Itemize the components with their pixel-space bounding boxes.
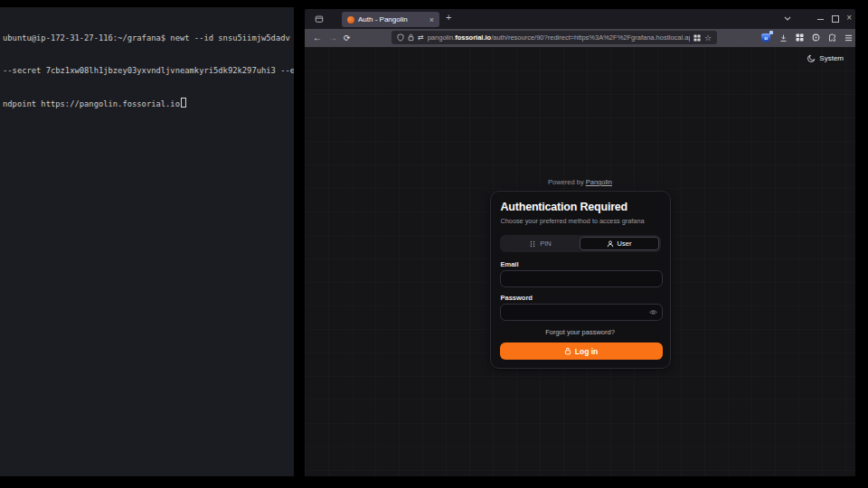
tab-pin[interactable]: PIN [502, 237, 580, 250]
reload-icon[interactable]: ⟳ [344, 32, 351, 44]
list-tabs-chevron-icon[interactable] [784, 16, 791, 21]
forgot-password-link[interactable]: Forgot your password? [491, 328, 670, 336]
terminal-line: --secret 7cbz1xw08lh1jbzey03yxvndljvneam… [3, 65, 291, 76]
apps-grid-icon[interactable] [796, 33, 804, 42]
lock-button-icon [564, 347, 571, 355]
desktop: ubuntu@ip-172-31-27-116:~/grafana$ newt … [0, 0, 868, 488]
terminal-window[interactable]: ubuntu@ip-172-31-27-116:~/grafana$ newt … [0, 7, 294, 476]
email-field[interactable] [500, 270, 663, 287]
tab-title: Auth - Pangolin [358, 15, 426, 23]
back-icon[interactable]: ← [313, 32, 322, 44]
pangolin-favicon-icon [347, 16, 354, 23]
close-window-icon[interactable]: × [846, 13, 852, 23]
terminal-line: ubuntu@ip-172-31-27-116:~/grafana$ newt … [3, 33, 291, 43]
url-grid-icon[interactable] [693, 34, 701, 42]
card-subtitle: Choose your preferred method to access g… [501, 217, 660, 225]
tab-pin-label: PIN [540, 240, 552, 248]
hamburger-menu-icon[interactable] [844, 34, 853, 42]
firefox-view-icon[interactable] [315, 14, 324, 23]
page-content: System Powered by Pangolin Authenticatio… [305, 47, 855, 476]
minimize-icon[interactable] [817, 19, 824, 20]
tab-bar: Auth - Pangolin × + × [305, 9, 855, 29]
email-label: Email [501, 260, 519, 268]
url-text: pangolin.fossorial.io/auth/resource/90?r… [428, 33, 690, 42]
tab-user[interactable]: User [580, 237, 659, 250]
close-tab-icon[interactable]: × [429, 15, 434, 24]
login-button-label: Log in [575, 347, 599, 356]
password-wrap [500, 304, 663, 321]
nav-toolbar: ← → ⟳ ⇄ pangolin.fossorial.io/auth/resou… [305, 29, 855, 47]
password-label: Password [501, 294, 533, 302]
show-password-eye-icon[interactable] [649, 309, 657, 315]
new-tab-button[interactable]: + [446, 12, 451, 23]
login-button[interactable]: Log in [500, 343, 663, 360]
terminal-line: ndpoint https://pangolin.fossorial.io [3, 98, 291, 109]
url-host-main: fossorial.io [455, 33, 491, 42]
auth-card: Authentication Required Choose your pref… [490, 191, 671, 369]
ublock-letter: u [761, 33, 770, 42]
extensions-puzzle-icon[interactable] [828, 33, 836, 42]
keypad-icon [529, 240, 536, 248]
url-bar[interactable]: ⇄ pangolin.fossorial.io/auth/resource/90… [392, 31, 717, 44]
browser-tab-auth-pangolin[interactable]: Auth - Pangolin × [342, 12, 439, 27]
terminal-cursor [181, 98, 187, 108]
user-icon [607, 240, 614, 248]
tracking-shield-icon[interactable] [397, 33, 404, 42]
tab-user-label: User [618, 240, 632, 248]
auth-method-tabs: PIN User [500, 235, 661, 252]
bookmark-star-icon[interactable]: ☆ [704, 33, 712, 42]
ublock-badge [769, 31, 773, 34]
ublock-extension-icon[interactable]: u [761, 33, 771, 42]
permissions-swap-icon[interactable]: ⇄ [418, 33, 424, 42]
theme-toggle[interactable]: System [807, 54, 844, 62]
moon-icon [807, 54, 816, 62]
forward-icon[interactable]: → [328, 32, 337, 44]
card-title: Authentication Required [501, 201, 660, 213]
maximize-icon[interactable] [832, 15, 839, 23]
record-circle-icon[interactable] [812, 33, 820, 42]
powered-by: Powered by Pangolin [305, 178, 855, 186]
password-field[interactable] [500, 304, 663, 321]
pangolin-link[interactable]: Pangolin [586, 178, 612, 186]
lock-icon[interactable] [408, 33, 414, 42]
url-path: /auth/resource/90?redirect=https%3A%2F%2… [491, 33, 690, 42]
browser-window: Auth - Pangolin × + × ← → ⟳ [305, 9, 855, 476]
theme-label: System [819, 54, 844, 62]
downloads-icon[interactable] [779, 33, 788, 42]
url-host-sub: pangolin. [428, 33, 455, 42]
